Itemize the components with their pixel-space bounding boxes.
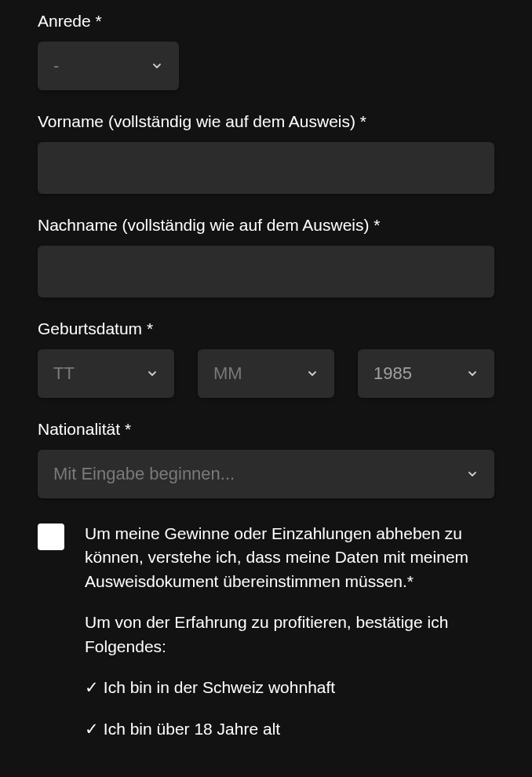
- salutation-field: Anrede * -: [38, 12, 494, 90]
- nationality-field: Nationalität * Mit Eingabe beginnen...: [38, 420, 494, 498]
- firstname-input[interactable]: [38, 142, 494, 194]
- firstname-label: Vorname (vollständig wie auf dem Ausweis…: [38, 112, 494, 131]
- consent-row: Um meine Gewinne oder Einzahlungen abheb…: [38, 522, 494, 593]
- lastname-input[interactable]: [38, 246, 494, 297]
- chevron-down-icon: [306, 367, 319, 380]
- salutation-value: -: [53, 56, 59, 76]
- consent-text: Um meine Gewinne oder Einzahlungen abheb…: [85, 522, 494, 593]
- nationality-select[interactable]: Mit Eingabe beginnen...: [38, 450, 494, 498]
- birthdate-field: Geburtsdatum * TT MM 1985: [38, 319, 494, 398]
- lastname-label: Nachname (vollständig wie auf dem Auswei…: [38, 216, 494, 235]
- confirm-intro: Um von der Erfahrung zu profitieren, bes…: [85, 611, 494, 658]
- salutation-select[interactable]: -: [38, 42, 179, 90]
- birthdate-year-select[interactable]: 1985: [358, 349, 494, 398]
- confirm-item: ✓ Ich bin über 18 Jahre alt: [85, 717, 494, 741]
- nationality-placeholder: Mit Eingabe beginnen...: [53, 464, 235, 484]
- chevron-down-icon: [151, 60, 163, 72]
- consent-checkbox[interactable]: [38, 523, 64, 550]
- chevron-down-icon: [466, 367, 479, 380]
- chevron-down-icon: [146, 367, 159, 380]
- birthdate-label: Geburtsdatum *: [38, 319, 494, 338]
- birthdate-year-value: 1985: [373, 363, 412, 384]
- lastname-field: Nachname (vollständig wie auf dem Auswei…: [38, 216, 494, 297]
- salutation-label: Anrede *: [38, 12, 494, 31]
- birthdate-month-value: MM: [213, 363, 242, 384]
- birthdate-day-select[interactable]: TT: [38, 349, 174, 398]
- confirm-block: Um von der Erfahrung zu profitieren, bes…: [85, 611, 494, 741]
- birthdate-day-value: TT: [53, 363, 75, 384]
- birthdate-row: TT MM 1985: [38, 349, 494, 398]
- nationality-label: Nationalität *: [38, 420, 494, 439]
- firstname-field: Vorname (vollständig wie auf dem Ausweis…: [38, 112, 494, 194]
- birthdate-month-select[interactable]: MM: [198, 349, 334, 398]
- confirm-item: ✓ Ich bin in der Schweiz wohnhaft: [85, 676, 494, 699]
- chevron-down-icon: [466, 468, 479, 480]
